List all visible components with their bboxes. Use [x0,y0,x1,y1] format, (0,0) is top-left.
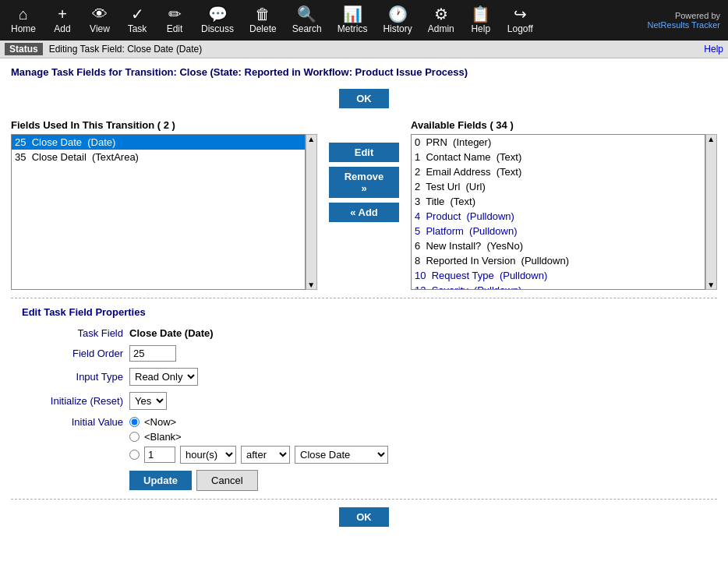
scroll-up-available[interactable]: ▲ [707,135,715,143]
fields-used-header: Fields Used In This Transition ( 2 ) [11,119,317,131]
list-item[interactable]: 1 Contact Name (Text) [412,150,705,164]
home-icon: ⌂ [19,6,28,22]
nav-delete[interactable]: 🗑 Delete [242,0,284,41]
nav-view[interactable]: 👁 View [81,0,118,41]
scroll-down[interactable]: ▼ [307,281,315,289]
initial-value-options: <Now> <Blank> hour(s) day(s) week(s) aft [129,416,388,464]
nav-task-label: Task [128,23,147,34]
input-type-row: Input Type Read Only Editable Hidden Req… [22,368,706,386]
list-item[interactable]: 10 Request Type (Pulldown) [412,268,705,283]
nav-search-label: Search [292,23,322,34]
input-type-select[interactable]: Read Only Editable Hidden Required [129,368,198,386]
radio-blank-row: <Blank> [129,431,388,443]
radio-hours[interactable] [129,450,140,460]
search-icon: 🔍 [297,6,316,22]
nav-search[interactable]: 🔍 Search [284,0,330,41]
nav-metrics-label: Metrics [337,23,368,34]
page-content: Manage Task Fields for Transition: Close… [0,58,728,545]
nav-admin[interactable]: ⚙ Admin [420,0,462,41]
task-field-label: Task Field [22,327,123,339]
cancel-button[interactable]: Cancel [196,470,257,491]
task-field-row: Task Field Close Date (Date) [22,327,706,339]
top-ok-button[interactable]: OK [339,89,389,108]
metrics-icon: 📊 [343,6,362,22]
powered-by-text: Powered by [675,11,720,20]
page-title: Manage Task Fields for Transition: Close… [11,66,717,78]
nav-home-label: Home [11,23,36,34]
edit-section-title: Edit Task Field Properties [22,306,706,318]
radio-now-row: <Now> [129,416,388,428]
status-bar: Status Editing Task Field: Close Date (D… [0,41,728,58]
initialize-select[interactable]: Yes No [129,392,167,410]
nav-history-label: History [383,23,412,34]
fields-used-list[interactable]: 25 Close Date (Date) 35 Close Detail (Te… [11,134,306,290]
list-item[interactable]: 0 PRN (Integer) [412,135,705,150]
add-button[interactable]: « Add [329,203,399,222]
list-item[interactable]: 4 Product (Pulldown) [412,209,705,224]
radio-blank[interactable] [129,432,140,442]
bottom-ok-row: OK [11,507,717,527]
help-link[interactable]: Help [704,44,723,55]
nav-edit[interactable]: ✏ Edit [156,0,193,41]
radio-now-label: <Now> [144,416,176,428]
field-order-row: Field Order [22,345,706,362]
edit-button[interactable]: Edit [329,143,399,162]
admin-icon: ⚙ [434,6,448,22]
brand-link[interactable]: NetResults Tracker [647,20,720,30]
radio-now[interactable] [129,417,140,427]
divider-top [11,298,717,298]
nav-delete-label: Delete [249,23,277,34]
list-item[interactable]: 12 Severity (Pulldown) [412,283,705,290]
panel-middle: Edit Remove » « Add [325,119,403,290]
hours-input[interactable] [144,447,175,463]
bottom-ok-button[interactable]: OK [339,507,389,527]
hours-unit-select[interactable]: hour(s) day(s) week(s) [180,446,236,464]
panel-right: Available Fields ( 34 ) 0 PRN (Integer) … [411,119,717,290]
list-item[interactable]: 6 New Install? (YesNo) [412,238,705,253]
initial-value-label: Initial Value [22,416,123,428]
list-item[interactable]: 2 Email Address (Text) [412,164,705,179]
nav-help[interactable]: 📋 Help [462,0,500,41]
hours-field-select[interactable]: Close Date [295,446,388,464]
list-item[interactable]: 35 Close Detail (TextArea) [12,150,305,164]
scroll-down-available[interactable]: ▼ [707,281,715,289]
scroll-up[interactable]: ▲ [307,135,315,143]
history-icon: 🕐 [388,6,408,22]
input-type-label: Input Type [22,371,123,383]
initialize-label: Initialize (Reset) [22,395,123,407]
panel-left: Fields Used In This Transition ( 2 ) 25 … [11,119,317,290]
panels: Fields Used In This Transition ( 2 ) 25 … [11,119,717,290]
field-order-input[interactable] [129,345,176,362]
nav-discuss[interactable]: 💬 Discuss [193,0,242,41]
direction-select[interactable]: after before [241,446,290,464]
list-item[interactable]: 3 Title (Text) [412,194,705,209]
nav-history[interactable]: 🕐 History [375,0,419,41]
list-item[interactable]: 25 Close Date (Date) [12,135,305,150]
nav-task[interactable]: ✓ Task [118,0,156,41]
logoff-icon: ↪ [514,6,527,22]
nav-metrics[interactable]: 📊 Metrics [330,0,376,41]
nav-add-label: Add [54,23,70,34]
task-field-value: Close Date (Date) [129,327,214,339]
available-fields-list[interactable]: 0 PRN (Integer) 1 Contact Name (Text) 2 … [411,134,705,290]
initialize-row: Initialize (Reset) Yes No [22,392,706,410]
status-badge: Status [5,43,43,55]
add-icon: + [58,6,67,22]
view-icon: 👁 [92,6,108,22]
nav-help-label: Help [471,23,490,34]
top-nav: ⌂ Home + Add 👁 View ✓ Task ✏ Edit 💬 Disc… [0,0,728,41]
nav-logoff[interactable]: ↪ Logoff [500,0,541,41]
nav-home[interactable]: ⌂ Home [3,0,44,41]
list-item[interactable]: 8 Reported In Version (Pulldown) [412,253,705,268]
nav-add[interactable]: + Add [44,0,81,41]
nav-edit-label: Edit [167,23,183,34]
help-icon: 📋 [471,6,490,22]
nav-admin-label: Admin [428,23,454,34]
update-button[interactable]: Update [129,471,192,490]
list-item[interactable]: 2 Test Url (Url) [412,179,705,194]
list-item[interactable]: 5 Platform (Pulldown) [412,224,705,238]
field-order-label: Field Order [22,348,123,359]
remove-button[interactable]: Remove » [329,167,399,198]
delete-icon: 🗑 [255,6,270,22]
radio-blank-label: <Blank> [144,431,182,443]
